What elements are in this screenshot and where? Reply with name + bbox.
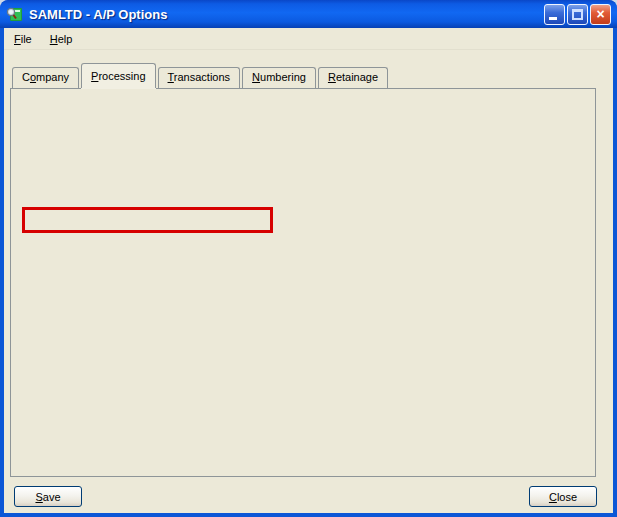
tab-company[interactable]: Company [12, 67, 79, 88]
app-window: SAMLTD - A/P Options × File Help Company… [0, 0, 617, 517]
menu-help[interactable]: Help [48, 31, 75, 47]
maximize-icon [572, 9, 583, 20]
app-icon [6, 6, 23, 22]
tab-numbering[interactable]: Numbering [242, 67, 316, 88]
maximize-button[interactable] [567, 4, 588, 25]
save-button[interactable]: Save [14, 486, 82, 507]
minimize-icon [549, 17, 557, 20]
window-title: SAMLTD - A/P Options [29, 7, 544, 22]
tab-strip: Company Processing Transactions Numberin… [12, 63, 390, 88]
red-highlight-annotation [22, 207, 273, 233]
tab-transactions[interactable]: Transactions [158, 67, 241, 88]
tab-retainage[interactable]: Retainage [318, 67, 388, 88]
close-button[interactable]: × [590, 4, 611, 25]
close-dialog-button[interactable]: Close [529, 486, 597, 507]
tab-processing[interactable]: Processing [81, 63, 155, 88]
processing-tab-panel [10, 88, 596, 477]
close-icon: × [596, 6, 604, 22]
minimize-button[interactable] [544, 4, 565, 25]
menu-file[interactable]: File [12, 31, 34, 47]
menu-bar: File Help [4, 28, 613, 50]
title-bar[interactable]: SAMLTD - A/P Options × [0, 0, 617, 28]
